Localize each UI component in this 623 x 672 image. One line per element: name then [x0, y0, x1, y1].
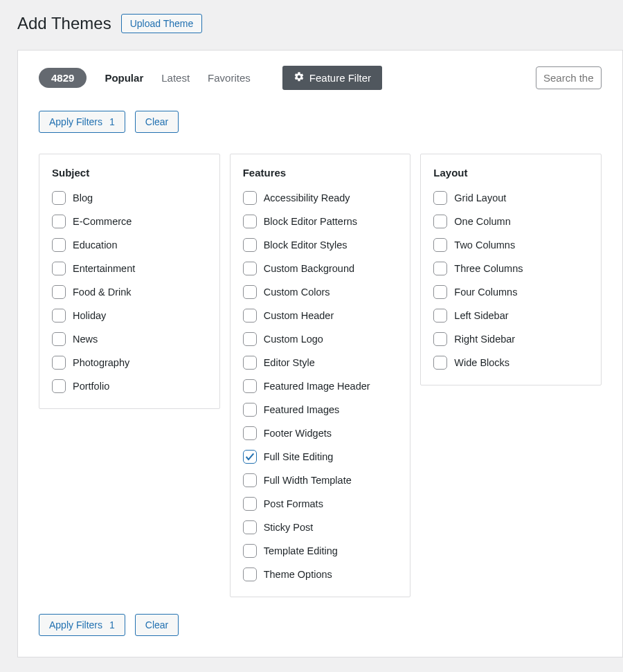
filter-link-latest[interactable]: Latest	[161, 72, 190, 84]
filter-checkbox-row[interactable]: Holiday	[52, 309, 207, 323]
checkbox[interactable]	[52, 215, 66, 228]
filter-checkbox-row[interactable]: Accessibility Ready	[243, 191, 398, 205]
filter-checkbox-row[interactable]: Block Editor Styles	[243, 238, 398, 252]
filter-checkbox-row[interactable]: Sticky Post	[243, 520, 398, 534]
filter-checkbox-row[interactable]: Featured Image Header	[243, 379, 398, 393]
feature-filter-button[interactable]: Feature Filter	[282, 66, 382, 90]
filter-checkbox-row[interactable]: Entertainment	[52, 262, 207, 275]
filter-checkbox-row[interactable]: Portfolio	[52, 379, 207, 393]
checkbox[interactable]	[243, 450, 257, 464]
checkbox-label: E-Commerce	[73, 216, 132, 227]
checkbox[interactable]	[433, 191, 447, 205]
filter-checkbox-row[interactable]: Wide Blocks	[433, 356, 588, 370]
filter-group-subject: Subject BlogE-CommerceEducationEntertain…	[39, 154, 220, 409]
filter-checkbox-row[interactable]: Theme Options	[243, 567, 398, 581]
checkbox-label: Food & Drink	[73, 287, 132, 298]
checkbox[interactable]	[243, 332, 257, 346]
checkbox-label: Custom Colors	[264, 287, 330, 298]
upload-theme-button[interactable]: Upload Theme	[121, 14, 203, 33]
themes-panel: 4829 Popular Latest Favorites Feature Fi…	[17, 50, 623, 657]
checkbox[interactable]	[243, 497, 257, 511]
checkbox-label: Theme Options	[264, 569, 332, 580]
checkbox[interactable]	[433, 238, 447, 252]
page-header: Add Themes Upload Theme	[0, 0, 623, 43]
checkbox-label: Block Editor Styles	[264, 239, 347, 251]
filter-checkbox-row[interactable]: Left Sidebar	[433, 309, 588, 323]
checkbox-label: Full Width Template	[264, 475, 352, 486]
filter-checkbox-row[interactable]: Grid Layout	[433, 191, 588, 205]
checkbox[interactable]	[52, 285, 66, 299]
filter-checkbox-row[interactable]: Food & Drink	[52, 285, 207, 299]
checkbox[interactable]	[243, 567, 257, 581]
checkbox[interactable]	[243, 403, 257, 417]
filter-checkbox-row[interactable]: Full Site Editing	[243, 450, 398, 464]
filter-checkbox-row[interactable]: Education	[52, 238, 207, 252]
filter-checkbox-row[interactable]: Four Columns	[433, 285, 588, 299]
filter-checkbox-row[interactable]: Post Formats	[243, 497, 398, 511]
filter-checkbox-row[interactable]: Blog	[52, 191, 207, 205]
checkbox[interactable]	[243, 426, 257, 440]
apply-filters-button[interactable]: Apply Filters 1	[39, 614, 125, 636]
checkbox-label: Post Formats	[264, 498, 323, 509]
checkbox[interactable]	[243, 215, 257, 228]
checkbox[interactable]	[52, 379, 66, 393]
clear-button[interactable]: Clear	[135, 111, 179, 133]
checkbox[interactable]	[243, 473, 257, 487]
checkbox[interactable]	[52, 191, 66, 205]
checkbox[interactable]	[243, 285, 257, 299]
checkbox[interactable]	[433, 285, 447, 299]
filter-checkbox-row[interactable]: Two Columns	[433, 238, 588, 252]
checkbox-label: Custom Logo	[264, 334, 323, 345]
checkbox-label: Right Sidebar	[454, 334, 515, 345]
checkbox[interactable]	[243, 520, 257, 534]
filter-checkbox-row[interactable]: Block Editor Patterns	[243, 215, 398, 228]
checkbox[interactable]	[52, 309, 66, 323]
group-title-features: Features	[243, 167, 398, 179]
filter-checkbox-row[interactable]: Custom Logo	[243, 332, 398, 346]
filter-link-popular[interactable]: Popular	[105, 72, 143, 84]
filter-checkbox-row[interactable]: Three Columns	[433, 262, 588, 275]
checkbox[interactable]	[433, 332, 447, 346]
checkbox-label: Block Editor Patterns	[264, 216, 357, 227]
checkbox[interactable]	[243, 309, 257, 323]
apply-filters-button[interactable]: Apply Filters 1	[39, 111, 125, 133]
filter-checkbox-row[interactable]: E-Commerce	[52, 215, 207, 228]
filter-checkbox-row[interactable]: One Column	[433, 215, 588, 228]
clear-button[interactable]: Clear	[135, 614, 179, 636]
checkbox[interactable]	[433, 262, 447, 275]
checkbox[interactable]	[243, 356, 257, 370]
filter-checkbox-row[interactable]: Full Width Template	[243, 473, 398, 487]
filter-checkbox-row[interactable]: News	[52, 332, 207, 346]
checkbox[interactable]	[52, 332, 66, 346]
checkbox[interactable]	[243, 262, 257, 275]
checkbox[interactable]	[243, 191, 257, 205]
checkbox[interactable]	[433, 309, 447, 323]
filter-checkbox-row[interactable]: Photography	[52, 356, 207, 370]
checkbox-label: Full Site Editing	[264, 451, 334, 462]
checkbox[interactable]	[52, 356, 66, 370]
checkbox[interactable]	[243, 379, 257, 393]
checkbox[interactable]	[433, 356, 447, 370]
filter-checkbox-row[interactable]: Footer Widgets	[243, 426, 398, 440]
filter-bar: 4829 Popular Latest Favorites Feature Fi…	[39, 66, 602, 90]
checkbox-label: Blog	[73, 192, 93, 203]
checkbox[interactable]	[243, 544, 257, 558]
checkbox-label: Accessibility Ready	[264, 192, 350, 203]
filter-checkbox-row[interactable]: Custom Background	[243, 262, 398, 275]
checkbox[interactable]	[243, 238, 257, 252]
checkbox[interactable]	[52, 262, 66, 275]
filter-checkbox-row[interactable]: Custom Colors	[243, 285, 398, 299]
filter-checkbox-row[interactable]: Custom Header	[243, 309, 398, 323]
filter-group-layout: Layout Grid LayoutOne ColumnTwo ColumnsT…	[420, 154, 602, 385]
filter-checkbox-row[interactable]: Right Sidebar	[433, 332, 588, 346]
filter-link-favorites[interactable]: Favorites	[208, 72, 251, 84]
filter-checkbox-row[interactable]: Editor Style	[243, 356, 398, 370]
checkbox[interactable]	[52, 238, 66, 252]
filter-checkbox-row[interactable]: Template Editing	[243, 544, 398, 558]
checkbox-label: Editor Style	[264, 357, 315, 368]
checkbox-label: Photography	[73, 357, 129, 368]
checkbox[interactable]	[433, 215, 447, 228]
search-input[interactable]	[536, 66, 602, 89]
checkbox-label: Footer Widgets	[264, 428, 332, 439]
filter-checkbox-row[interactable]: Featured Images	[243, 403, 398, 417]
